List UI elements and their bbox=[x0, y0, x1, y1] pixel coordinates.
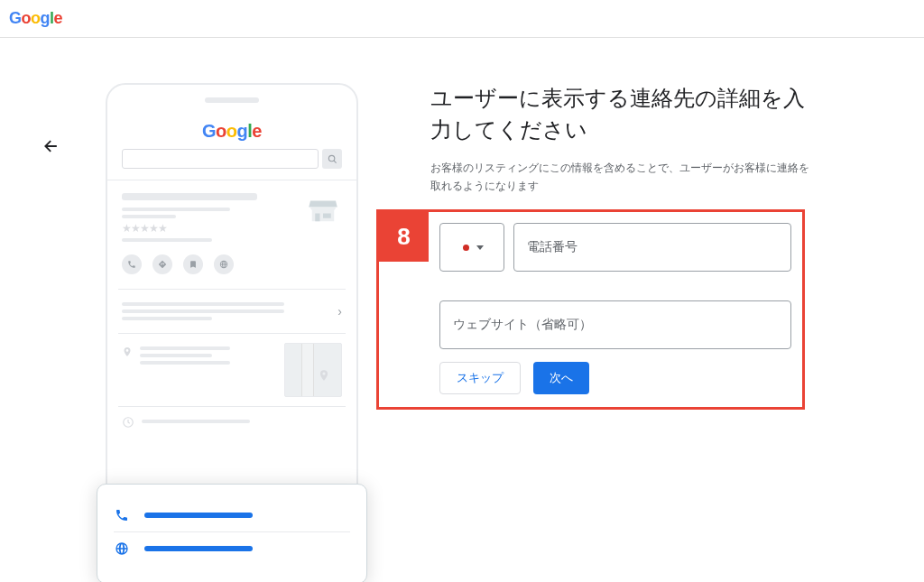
chevron-right-icon: › bbox=[337, 304, 342, 319]
global-header: Google bbox=[0, 0, 924, 38]
country-code-select[interactable] bbox=[439, 223, 504, 272]
next-button[interactable]: 次へ bbox=[533, 362, 589, 394]
website-input[interactable]: ウェブサイト（省略可） bbox=[439, 300, 791, 349]
illustration-action-directions-icon bbox=[152, 254, 172, 274]
map-thumbnail-icon bbox=[284, 343, 342, 397]
back-button[interactable] bbox=[42, 137, 60, 155]
illustration-action-call-icon bbox=[122, 254, 142, 274]
highlighted-step-box: 8 電話番号 ウェブサイト（省略可） bbox=[376, 209, 805, 410]
phone-number-input[interactable]: 電話番号 bbox=[513, 223, 791, 272]
page-title: ユーザーに表示する連絡先の詳細を入力してください bbox=[430, 83, 818, 146]
step-badge: 8 bbox=[379, 212, 429, 262]
illustration-search-icon bbox=[322, 149, 342, 169]
phone-icon bbox=[114, 508, 130, 522]
clock-icon bbox=[122, 416, 134, 429]
illustration-action-save-icon bbox=[183, 254, 203, 274]
phone-placeholder: 電話番号 bbox=[527, 239, 578, 255]
svg-point-0 bbox=[328, 155, 334, 161]
japan-flag-icon bbox=[460, 242, 471, 253]
website-placeholder: ウェブサイト（省略可） bbox=[453, 317, 592, 333]
phone-illustration: Google bbox=[88, 83, 376, 582]
stars-icon: ★★★★★ bbox=[122, 222, 297, 235]
chevron-down-icon bbox=[476, 245, 484, 250]
globe-icon bbox=[114, 541, 130, 556]
illustration-search-box bbox=[122, 149, 319, 169]
svg-rect-2 bbox=[323, 214, 331, 218]
google-logo: Google bbox=[9, 9, 62, 28]
storefront-icon bbox=[304, 189, 342, 231]
svg-rect-1 bbox=[315, 214, 319, 222]
contact-popup-illustration bbox=[97, 484, 367, 582]
location-pin-icon bbox=[122, 345, 133, 359]
page-subtitle: お客様のリスティングにこの情報を含めることで、ユーザーがお客様に連絡を取れるよう… bbox=[430, 159, 818, 196]
illustration-google-logo: Google bbox=[202, 121, 262, 141]
illustration-action-website-icon bbox=[214, 254, 234, 274]
skip-button[interactable]: スキップ bbox=[439, 362, 521, 394]
